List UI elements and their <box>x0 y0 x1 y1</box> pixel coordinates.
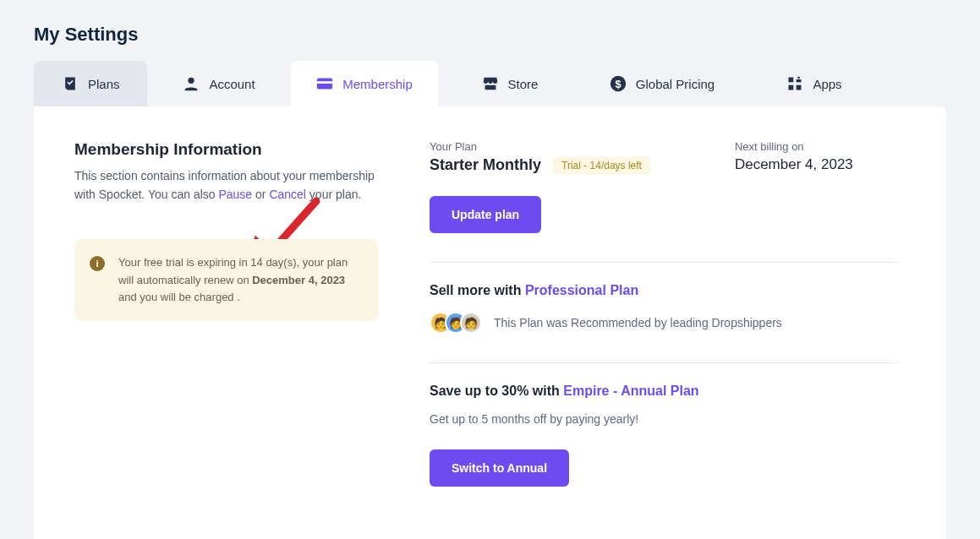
tab-label: Plans <box>88 77 120 91</box>
tab-label: Apps <box>813 77 841 91</box>
next-billing-date: December 4, 2023 <box>735 156 853 173</box>
svg-rect-7 <box>789 85 794 90</box>
info-icon: i <box>90 256 105 271</box>
recommendation-row: 🧑 🧑 🧑 This Plan was Recommended by leadi… <box>430 312 899 334</box>
pause-link[interactable]: Pause <box>218 188 252 201</box>
tab-global-pricing[interactable]: $ Global Pricing <box>582 61 742 106</box>
apps-icon <box>786 74 804 93</box>
svg-rect-6 <box>797 85 802 90</box>
tab-membership[interactable]: Membership <box>291 61 438 106</box>
promo-empire-heading: Save up to 30% with Empire - Annual Plan <box>430 384 899 399</box>
svg-rect-2 <box>317 81 332 84</box>
page-title: My Settings <box>34 24 946 46</box>
switch-to-annual-button[interactable]: Switch to Annual <box>430 449 569 487</box>
cancel-link[interactable]: Cancel <box>269 188 306 201</box>
notice-text: and you will be charged . <box>118 291 240 303</box>
svg-text:$: $ <box>615 78 621 90</box>
next-billing-block: Next billing on December 4, 2023 <box>735 140 853 174</box>
content-panel: Membership Information This section cont… <box>34 106 946 539</box>
tab-store[interactable]: Store <box>438 61 582 106</box>
tag-icon <box>61 74 79 93</box>
tab-account[interactable]: Account <box>147 61 291 106</box>
trial-notice: i Your free trial is expiring in 14 day(… <box>74 239 379 320</box>
recommendation-text: This Plan was Recommended by leading Dro… <box>494 316 782 329</box>
professional-plan-link[interactable]: Professional Plan <box>525 283 638 297</box>
tab-label: Account <box>209 77 255 91</box>
svg-rect-5 <box>789 78 794 83</box>
svg-rect-8 <box>797 79 802 82</box>
tab-plans[interactable]: Plans <box>34 61 147 106</box>
update-plan-button[interactable]: Update plan <box>430 196 541 233</box>
tab-label: Global Pricing <box>636 77 714 91</box>
avatar-stack: 🧑 🧑 🧑 <box>430 312 482 334</box>
your-plan-label: Your Plan <box>430 140 650 153</box>
text-part: Sell more with <box>430 283 525 297</box>
empire-plan-link[interactable]: Empire - Annual Plan <box>563 384 698 398</box>
tab-label: Store <box>508 77 539 91</box>
text-part: Save up to 30% with <box>430 384 563 398</box>
card-icon <box>315 74 334 93</box>
svg-point-0 <box>189 78 194 84</box>
membership-info-heading: Membership Information <box>74 140 379 159</box>
tab-label: Membership <box>342 77 413 91</box>
trial-badge: Trial - 14/days left <box>553 157 650 174</box>
divider <box>430 362 899 363</box>
store-icon <box>481 74 500 93</box>
tabs: Plans Account Membership Store $ Global … <box>34 61 946 106</box>
person-icon <box>182 74 200 93</box>
your-plan-block: Your Plan Starter Monthly Trial - 14/day… <box>430 140 650 174</box>
text-part: your plan. <box>306 188 361 201</box>
membership-info-text: This section contains information about … <box>74 167 379 204</box>
divider <box>430 262 899 263</box>
text-part: or <box>252 188 269 201</box>
avatar: 🧑 <box>460 312 482 334</box>
tab-apps[interactable]: Apps <box>742 61 886 106</box>
dollar-icon: $ <box>609 74 627 93</box>
promo-empire-subtext: Get up to 5 months off by paying yearly! <box>430 412 899 426</box>
plan-name: Starter Monthly <box>430 156 541 174</box>
notice-date: December 4, 2023 <box>252 274 345 286</box>
next-billing-label: Next billing on <box>735 140 853 153</box>
promo-professional-heading: Sell more with Professional Plan <box>430 283 899 298</box>
